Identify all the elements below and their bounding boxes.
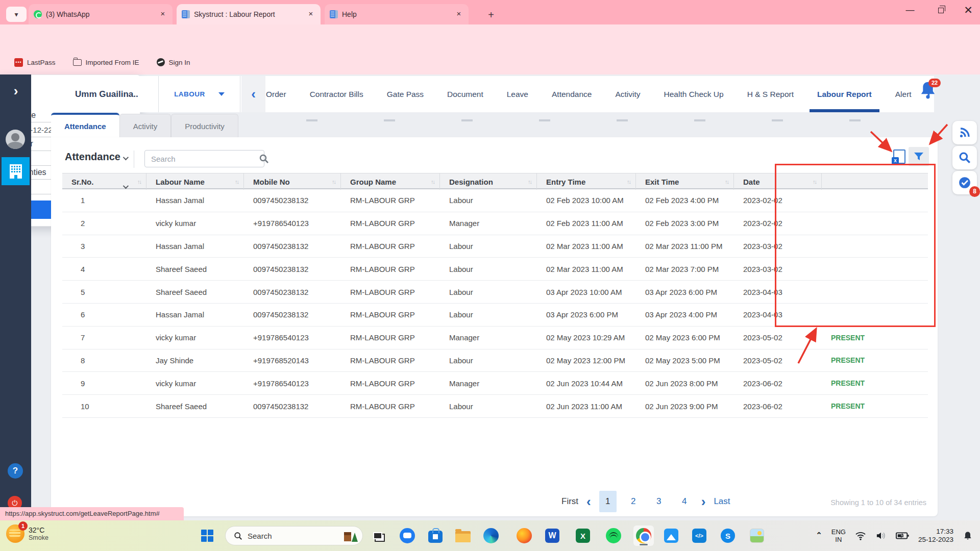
wifi-icon[interactable] xyxy=(855,531,866,540)
subtab-attendance[interactable]: Attendance xyxy=(51,113,119,138)
cell: RM-LABOUR GRP xyxy=(341,379,440,388)
page-prev-icon[interactable]: ‹ xyxy=(586,496,591,507)
column-header-entry-time[interactable]: Entry Time↑↓ xyxy=(537,173,636,190)
tray-expand-icon[interactable]: ⌃ xyxy=(816,531,822,540)
global-search-button[interactable] xyxy=(952,146,977,169)
cell: 02 May 2023 6:00 PM xyxy=(636,333,734,342)
check-circle-icon xyxy=(958,176,971,189)
sort-icon[interactable]: ↑↓ xyxy=(332,179,335,185)
column-header-labour-name[interactable]: Labour Name↑↓ xyxy=(146,173,244,190)
nav-scroll-left-icon[interactable]: ‹ xyxy=(241,76,265,112)
notifications-bell-icon[interactable]: 22 xyxy=(919,81,940,103)
nav-item-leave[interactable]: Leave xyxy=(507,76,528,112)
column-header-exit-time[interactable]: Exit Time↑↓ xyxy=(636,173,734,190)
tab-close-icon[interactable]: × xyxy=(158,10,167,19)
column-header-sr-no[interactable]: Sr.No.↑↓ xyxy=(62,173,146,190)
browser-tab-3-whatsapp[interactable]: (3) WhatsApp× xyxy=(29,4,173,24)
subtab-activity[interactable]: Activity xyxy=(119,114,172,138)
browser-tab-skystruct-labour-report[interactable]: Skystruct : Labour Report× xyxy=(177,4,321,24)
taskbar-icon-edge[interactable] xyxy=(481,525,501,546)
tab-close-icon[interactable]: × xyxy=(454,10,463,19)
tab-search-chevron-icon[interactable]: ▾ xyxy=(6,7,27,22)
nav-item-activity[interactable]: Activity xyxy=(615,76,640,112)
column-label: Mobile No xyxy=(253,178,290,186)
taskbar-icon-excel[interactable]: X xyxy=(573,525,593,546)
browser-tab-help[interactable]: Help× xyxy=(325,4,469,24)
bookmark-lastpass[interactable]: •••LastPass xyxy=(14,58,56,67)
sidebar-item-project[interactable] xyxy=(2,157,30,185)
clock[interactable]: 17:33 25-12-2023 xyxy=(918,528,953,544)
taskbar-icon-file-explorer[interactable] xyxy=(453,525,473,546)
taskbar-icon-firefox[interactable] xyxy=(514,525,534,546)
sort-icon[interactable]: ↑↓ xyxy=(137,179,141,185)
sort-icon[interactable]: ↑↓ xyxy=(235,179,238,185)
sort-icon[interactable]: ↑↓ xyxy=(528,179,531,185)
taskbar-search[interactable]: Search xyxy=(225,526,363,545)
close-button[interactable]: ✕ xyxy=(957,0,980,20)
chevron-down-icon xyxy=(218,92,225,96)
page-next-icon[interactable]: › xyxy=(701,496,706,507)
search-input[interactable] xyxy=(145,155,259,163)
nav-item-attendance[interactable]: Attendance xyxy=(552,76,592,112)
nav-item-order[interactable]: Order xyxy=(266,76,286,112)
export-excel-icon[interactable] xyxy=(893,149,905,164)
user-avatar[interactable] xyxy=(6,130,25,149)
language-indicator[interactable]: ENG IN xyxy=(831,528,846,543)
bookmark-imported-folder[interactable]: Imported From IE xyxy=(73,59,139,66)
taskbar-icon-photos[interactable] xyxy=(661,525,681,546)
taskbar-icon-spotify[interactable] xyxy=(603,525,624,546)
taskbar-icon-chrome[interactable] xyxy=(633,525,654,546)
sidebar-expand-icon[interactable]: › xyxy=(8,84,23,99)
nav-item-gate-pass[interactable]: Gate Pass xyxy=(387,76,424,112)
nav-item-labour-report[interactable]: Labour Report xyxy=(817,76,872,112)
page-3[interactable]: 3 xyxy=(650,491,668,512)
weather-widget[interactable]: 1 32°C Smoke xyxy=(6,524,48,543)
column-header-designation[interactable]: Designation↑↓ xyxy=(440,173,537,190)
start-button[interactable] xyxy=(201,530,213,542)
nav-item-contractor-bills[interactable]: Contractor Bills xyxy=(310,76,363,112)
project-name[interactable]: Umm Guailina.. xyxy=(75,76,138,112)
nav-item-document[interactable]: Document xyxy=(447,76,483,112)
taskbar-icon-vscode[interactable]: </> xyxy=(689,525,709,546)
column-header-mobile-no[interactable]: Mobile No↑↓ xyxy=(244,173,341,190)
cell: 02 Feb 2023 10:00 AM xyxy=(537,196,636,205)
new-tab-button[interactable]: + xyxy=(484,8,498,22)
taskbar-icon-store[interactable] xyxy=(425,525,446,546)
taskbar-icon-gallery[interactable] xyxy=(747,525,767,546)
nav-item-health-check-up[interactable]: Health Check Up xyxy=(664,76,724,112)
sort-icon[interactable]: ↑↓ xyxy=(431,179,434,185)
page-1[interactable]: 1 xyxy=(599,491,617,512)
battery-icon[interactable] xyxy=(896,532,909,540)
rss-feed-button[interactable] xyxy=(952,121,977,144)
status-cell: PRESENT xyxy=(822,356,928,364)
taskbar-icon-word[interactable]: W xyxy=(542,525,562,546)
sort-icon[interactable]: ↑↓ xyxy=(725,179,728,185)
minimize-button[interactable]: — xyxy=(898,0,922,20)
notifications-icon[interactable] xyxy=(963,531,973,541)
page-last[interactable]: Last xyxy=(714,496,730,507)
sort-icon[interactable]: ↑↓ xyxy=(627,179,630,185)
nav-item-h-s-report[interactable]: H & S Report xyxy=(747,76,794,112)
bookmark-signin[interactable]: Sign In xyxy=(157,58,190,66)
taskbar-icon-task-view[interactable] xyxy=(368,525,388,546)
taskbar-icon-chat[interactable] xyxy=(397,525,418,546)
page-2[interactable]: 2 xyxy=(625,491,642,512)
bookmarks-bar: •••LastPass Imported From IE Sign In xyxy=(0,50,980,74)
nav-item-alert[interactable]: Alert xyxy=(895,76,912,112)
table-row: 7vicky kumar+919786540123RM-LABOUR GRPMa… xyxy=(62,327,928,349)
volume-icon[interactable] xyxy=(875,531,887,540)
module-dropdown[interactable]: LABOUR xyxy=(158,76,240,112)
approvals-button[interactable]: 8 xyxy=(952,171,977,194)
cell: 0097450238132 xyxy=(244,288,341,296)
tab-close-icon[interactable]: × xyxy=(306,10,315,19)
cell: 03 Apr 2023 6:00 PM xyxy=(636,288,734,296)
taskbar-icon-skype[interactable]: S xyxy=(718,525,738,546)
restore-button[interactable] xyxy=(929,0,952,20)
column-header-group-name[interactable]: Group Name↑↓ xyxy=(341,173,440,190)
screen: ▾ (3) WhatsApp×Skystruct : Labour Report… xyxy=(0,0,980,551)
subtab-productivity[interactable]: Productivity xyxy=(171,114,238,138)
table-search[interactable] xyxy=(144,150,264,167)
help-button[interactable]: ? xyxy=(8,463,23,479)
page-first[interactable]: First xyxy=(561,496,578,507)
page-4[interactable]: 4 xyxy=(676,491,693,512)
